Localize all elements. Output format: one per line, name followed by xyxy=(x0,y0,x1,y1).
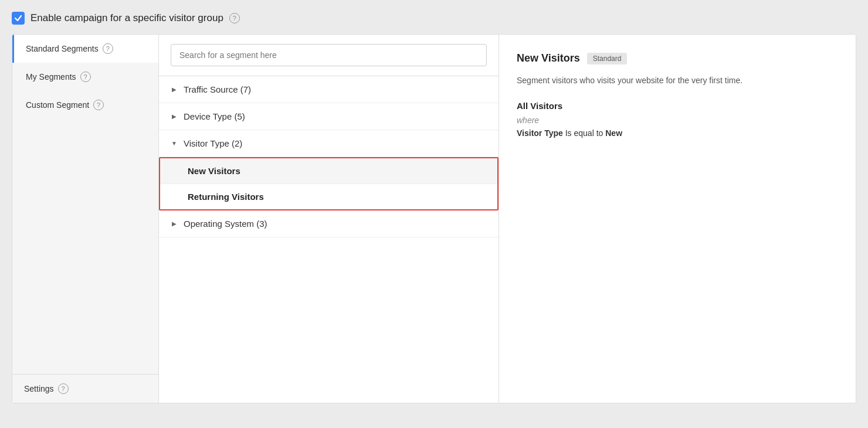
category-device-type[interactable]: ▶ Device Type (5) xyxy=(159,103,499,130)
condition-value: New xyxy=(605,128,622,138)
my-segments-help-icon[interactable]: ? xyxy=(80,72,91,82)
traffic-source-arrow: ▶ xyxy=(171,86,178,93)
sidebar-label-custom-segment: Custom Segment xyxy=(26,100,89,110)
sidebar-bottom: Settings ? xyxy=(12,374,158,403)
detail-description: Segment visitors who visits your website… xyxy=(517,74,838,87)
settings-label: Settings xyxy=(24,384,54,393)
device-type-arrow: ▶ xyxy=(171,113,178,120)
main-panel: Standard Segments ? My Segments ? Custom… xyxy=(12,34,856,403)
detail-title: New Visitors xyxy=(517,52,580,64)
header-label: Enable campaign for a specific visitor g… xyxy=(30,12,223,24)
detail-title-row: New Visitors Standard xyxy=(517,52,838,64)
sidebar-spacer xyxy=(12,119,158,374)
segment-categories: ▶ Traffic Source (7) ▶ Device Type (5) ▼… xyxy=(159,76,499,403)
condition-operator: Is equal to xyxy=(565,128,606,138)
category-traffic-source[interactable]: ▶ Traffic Source (7) xyxy=(159,76,499,103)
device-type-label: Device Type (5) xyxy=(184,111,245,121)
detail-where: where xyxy=(517,116,838,125)
standard-segments-help-icon[interactable]: ? xyxy=(103,43,113,54)
segment-returning-visitors[interactable]: Returning Visitors xyxy=(160,184,497,209)
operating-system-label: Operating System (3) xyxy=(184,219,267,229)
new-visitors-label: New Visitors xyxy=(188,166,240,176)
segment-list: ▶ Traffic Source (7) ▶ Device Type (5) ▼… xyxy=(159,35,499,403)
enable-campaign-checkbox[interactable] xyxy=(12,12,25,25)
search-input[interactable] xyxy=(171,44,487,66)
standard-badge: Standard xyxy=(587,53,628,64)
settings-item[interactable]: Settings ? xyxy=(24,383,147,394)
visitor-type-arrow: ▼ xyxy=(171,140,178,147)
operating-system-arrow: ▶ xyxy=(171,220,178,227)
sidebar-label-my-segments: My Segments xyxy=(26,72,76,81)
category-visitor-type[interactable]: ▼ Visitor Type (2) xyxy=(159,130,499,157)
detail-condition: Visitor Type Is equal to New xyxy=(517,128,838,138)
traffic-source-label: Traffic Source (7) xyxy=(184,84,251,94)
custom-segment-help-icon[interactable]: ? xyxy=(93,100,104,110)
sidebar-label-standard-segments: Standard Segments xyxy=(26,44,99,53)
sidebar-item-custom-segment[interactable]: Custom Segment ? xyxy=(12,91,158,119)
header-row: Enable campaign for a specific visitor g… xyxy=(12,12,856,25)
sidebar-item-my-segments[interactable]: My Segments ? xyxy=(12,63,158,91)
visitor-type-children-group: New Visitors Returning Visitors xyxy=(159,157,499,210)
returning-visitors-label: Returning Visitors xyxy=(188,192,264,202)
header-help-icon[interactable]: ? xyxy=(229,13,240,23)
sidebar-item-standard-segments[interactable]: Standard Segments ? xyxy=(12,35,158,63)
category-operating-system[interactable]: ▶ Operating System (3) xyxy=(159,210,499,237)
segment-new-visitors[interactable]: New Visitors xyxy=(160,158,497,184)
condition-text: Visitor Type xyxy=(517,128,563,138)
visitor-type-label: Visitor Type (2) xyxy=(184,138,242,148)
search-bar xyxy=(159,35,499,76)
detail-section-title: All Visitors xyxy=(517,101,838,111)
sidebar: Standard Segments ? My Segments ? Custom… xyxy=(12,35,159,403)
detail-panel: New Visitors Standard Segment visitors w… xyxy=(499,35,856,403)
settings-help-icon[interactable]: ? xyxy=(58,383,69,394)
